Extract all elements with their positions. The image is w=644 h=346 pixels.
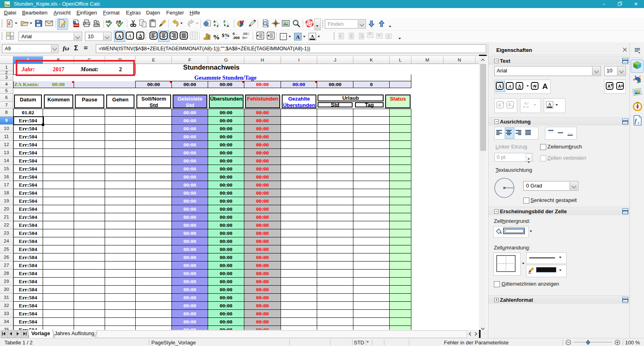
svg-text:A: A <box>118 33 122 39</box>
svg-text:A: A <box>542 82 548 91</box>
svg-text:A: A <box>138 33 142 38</box>
svg-text:N: N <box>637 101 638 104</box>
svg-text:A: A <box>498 83 502 89</box>
svg-text:A: A <box>296 34 300 40</box>
svg-text:A: A <box>213 20 216 23</box>
svg-text:A: A <box>548 102 551 107</box>
svg-text:A: A <box>498 103 501 107</box>
svg-text:x: x <box>637 120 640 125</box>
svg-text:PDF: PDF <box>74 24 79 27</box>
svg-text:A: A <box>311 34 314 39</box>
svg-text:Z: Z <box>217 24 219 27</box>
svg-text:A: A <box>508 103 511 107</box>
svg-text:T: T <box>512 105 514 108</box>
svg-text:A: A <box>618 84 621 89</box>
svg-text:H: H <box>502 102 504 105</box>
svg-text:A: A <box>607 84 610 89</box>
svg-text:A: A <box>508 84 511 89</box>
svg-text:V: V <box>526 101 529 105</box>
svg-text:AB: AB <box>105 20 111 24</box>
svg-text:A: A <box>518 84 521 88</box>
svg-text:Z: Z <box>223 20 225 23</box>
svg-text:A: A <box>128 33 132 39</box>
